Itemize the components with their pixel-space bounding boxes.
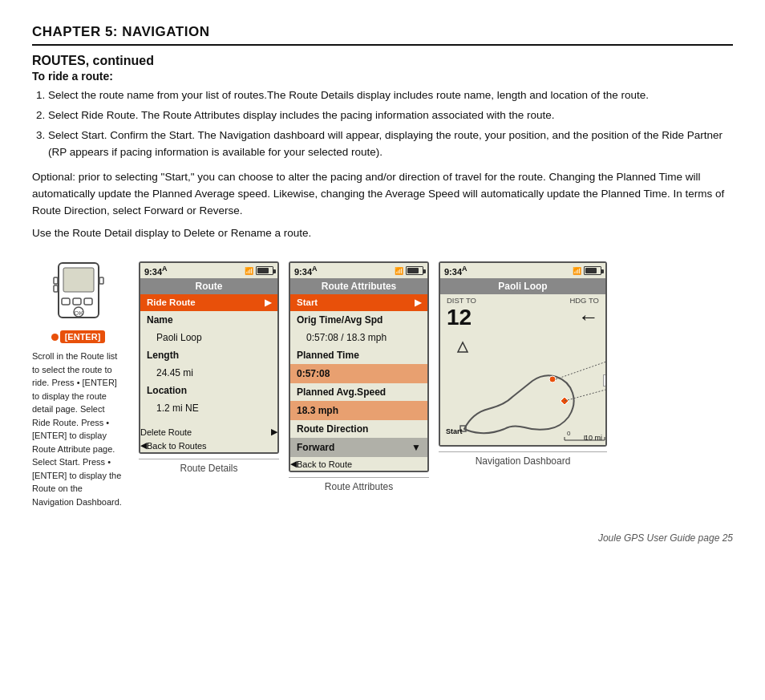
device-sketch-icon: OK (51, 261, 107, 326)
illustration-area: OK [ENTER] Scroll in the Route list to s… (32, 261, 733, 508)
step-2: Select Ride Route. The Route Attributes … (48, 107, 733, 124)
screen1-signal-icon: 📶 (245, 267, 253, 275)
section-title: ROUTES, continued (32, 54, 733, 68)
screen2-route-attributes: 9:34A 📶 Route Attributes Start ▶ Orig Ti… (289, 261, 429, 472)
screen2-orig-value: 0:57:08 / 18.3 mph (290, 329, 427, 346)
screen1-ride-route-arrow: ▶ (265, 296, 271, 310)
svg-rect-7 (84, 298, 92, 305)
screen2-wrapper: 9:34A 📶 Route Attributes Start ▶ Orig Ti… (289, 261, 429, 492)
screen2-direction-dropdown-icon: ▼ (411, 440, 421, 455)
subsection-label: To ride a route: (32, 70, 733, 83)
screens-area: 9:34A 📶 Route Ride Route ▶ Name Paoli Lo… (139, 261, 733, 492)
delete-text: Use the Route Detail display to Delete o… (32, 225, 733, 242)
screen1-wrapper: 9:34A 📶 Route Ride Route ▶ Name Paoli Lo… (139, 261, 279, 474)
screen2-time: 9:34A (294, 265, 318, 277)
screen3-hdg-arrow-icon: ← (578, 305, 599, 330)
chapter-title: CHAPTER 5: NAVIGATION (32, 24, 733, 46)
screen1-statusbar: 9:34A 📶 (140, 263, 277, 278)
screen1-time: 9:34A (144, 265, 168, 277)
screen1-ride-route[interactable]: Ride Route ▶ (140, 294, 277, 311)
screen2-planned-avg-label: Planned Avg.Speed (290, 383, 427, 401)
screen2-battery-icon (406, 266, 423, 275)
screen2-planned-time-value[interactable]: 0:57:08 (290, 364, 427, 383)
screen3-signal-icon: 📶 (573, 267, 581, 275)
screen2-orig-label: Orig Time/Avg Spd (290, 311, 427, 329)
screen3-position-indicator-label: Position Indicator (603, 374, 605, 386)
screen3-time: 9:34A (444, 265, 468, 277)
screen3-scale-label: 10 mi (585, 434, 602, 442)
step-3: Select Start. Confirm the Start. The Nav… (48, 127, 733, 161)
screen2-direction-value[interactable]: Forward ▼ (290, 438, 427, 457)
screen1-location-label: Location (140, 382, 277, 399)
screen2-statusbar: 9:34A 📶 (290, 263, 427, 278)
screen1-battery-icon (256, 266, 273, 275)
left-panel: OK [ENTER] Scroll in the Route list to s… (32, 261, 124, 508)
svg-rect-6 (73, 298, 81, 305)
svg-point-12 (549, 376, 556, 382)
screen3-battery-icon (584, 266, 601, 275)
screen1-delete-route[interactable]: Delete Route ▶ (140, 425, 277, 439)
screen3-map-area: 0 Start 10 mi Pacing icon Position Indic… (440, 333, 605, 445)
left-description: Scroll in the Route list to select the r… (32, 350, 124, 508)
svg-text:0: 0 (567, 430, 571, 437)
screen1-label: Route Details (139, 459, 279, 474)
screen2-back-to-route[interactable]: ◀ Back to Route (290, 457, 427, 471)
screen1-back-arrow-icon: ◀ (140, 440, 147, 451)
screen1-back-to-routes[interactable]: ◀ Back to Routes (140, 439, 277, 452)
screen2-direction-label: Route Direction (290, 420, 427, 438)
screen1-delete-arrow: ▶ (271, 427, 277, 437)
screen1-header: Route (140, 278, 277, 294)
screen2-signal-icon: 📶 (395, 267, 403, 275)
screen1-route-details: 9:34A 📶 Route Ride Route ▶ Name Paoli Lo… (139, 261, 279, 454)
optional-text: Optional: prior to selecting "Start," yo… (32, 169, 733, 220)
screen1-length-value: 24.45 mi (140, 364, 277, 382)
screen2-start[interactable]: Start ▶ (290, 294, 427, 311)
svg-rect-2 (54, 277, 58, 284)
screen3-header: Paoli Loop (440, 278, 605, 294)
screen3-hdg-to-label: HDG TO (569, 296, 599, 305)
screen2-label: Route Attributes (289, 477, 429, 492)
screen3-nav-dashboard: 9:34A 📶 Paoli Loop DIST TO HDG TO 12 ← (439, 261, 607, 447)
svg-marker-13 (561, 397, 569, 405)
svg-rect-5 (62, 298, 70, 305)
svg-rect-1 (63, 268, 94, 292)
screen2-header: Route Attributes (290, 278, 427, 294)
screen1-name-label: Name (140, 311, 277, 329)
screen3-dist-value: 12 (447, 306, 472, 329)
screen1-name-value: Paoli Loop (140, 329, 277, 346)
screen2-planned-avg-value[interactable]: 18.3 mph (290, 401, 427, 420)
screen3-dist-to-label: DIST TO (447, 296, 476, 305)
screen3-wrapper: 9:34A 📶 Paoli Loop DIST TO HDG TO 12 ← (439, 261, 607, 467)
screen2-planned-time-label: Planned Time (290, 346, 427, 364)
screen3-statusbar: 9:34A 📶 (440, 263, 605, 278)
enter-button[interactable]: [ENTER] (51, 330, 106, 343)
svg-text:OK: OK (74, 310, 83, 317)
enter-label: [ENTER] (60, 330, 106, 343)
enter-bullet-icon (51, 334, 59, 341)
steps-list: Select the route name from your list of … (48, 87, 733, 161)
screen3-label: Navigation Dashboard (439, 451, 607, 467)
step-1: Select the route name from your list of … (48, 87, 733, 104)
screen2-back-arrow-icon: ◀ (290, 459, 297, 469)
page-footer: Joule GPS User Guide page 25 (32, 532, 733, 544)
screen3-start-label: Start (446, 427, 463, 435)
screen1-length-label: Length (140, 346, 277, 364)
screen1-location-value: 1.2 mi NE (140, 399, 277, 417)
screen2-start-arrow: ▶ (415, 296, 421, 310)
screen3-map-svg: 0 (440, 333, 605, 445)
svg-rect-3 (54, 285, 58, 292)
svg-rect-4 (99, 277, 103, 284)
